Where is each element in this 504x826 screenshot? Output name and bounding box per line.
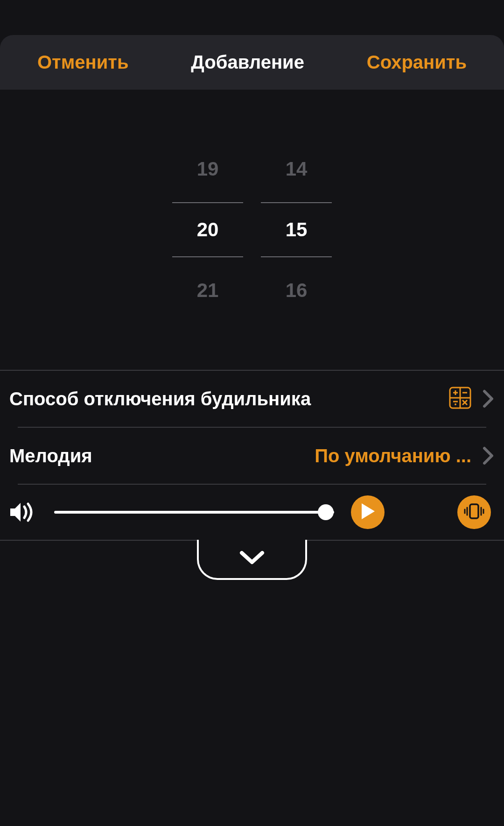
slider-track — [54, 511, 334, 514]
vibrate-button[interactable] — [457, 495, 491, 529]
settings-panel: Способ отключения будильника Мелодия По … — [0, 370, 504, 541]
time-picker: 19 20 21 14 15 16 — [0, 90, 504, 370]
hour-prev[interactable]: 19 — [172, 136, 243, 202]
slider-thumb[interactable] — [318, 504, 334, 520]
chevron-down-icon — [239, 550, 265, 568]
cancel-button[interactable]: Отменить — [37, 52, 128, 73]
svg-point-7 — [455, 403, 456, 405]
math-grid-icon — [449, 387, 471, 411]
disable-method-row[interactable]: Способ отключения будильника — [0, 371, 504, 427]
minute-picker[interactable]: 14 15 16 — [261, 136, 332, 324]
minute-prev[interactable]: 14 — [261, 136, 332, 202]
melody-label: Мелодия — [9, 445, 315, 466]
melody-value: По умолчанию ... — [315, 445, 471, 466]
minute-selected[interactable]: 15 — [261, 202, 332, 257]
hour-selected[interactable]: 20 — [172, 202, 243, 257]
chevron-right-icon — [482, 389, 495, 408]
melody-row[interactable]: Мелодия По умолчанию ... — [0, 428, 504, 484]
chevron-right-icon — [482, 446, 495, 465]
play-icon — [360, 502, 376, 522]
modal-title: Добавление — [191, 52, 304, 73]
play-button[interactable] — [351, 495, 385, 529]
save-button[interactable]: Сохранить — [367, 52, 467, 73]
expand-button[interactable] — [197, 540, 307, 580]
svg-rect-10 — [470, 504, 478, 518]
hour-picker[interactable]: 19 20 21 — [172, 136, 243, 324]
hour-next[interactable]: 21 — [172, 257, 243, 324]
vibrate-icon — [463, 501, 485, 524]
volume-row — [0, 485, 504, 541]
speaker-icon — [8, 500, 37, 524]
modal-header: Отменить Добавление Сохранить — [0, 35, 504, 90]
volume-slider[interactable] — [54, 503, 334, 522]
disable-method-label: Способ отключения будильника — [9, 388, 449, 409]
minute-next[interactable]: 16 — [261, 257, 332, 324]
